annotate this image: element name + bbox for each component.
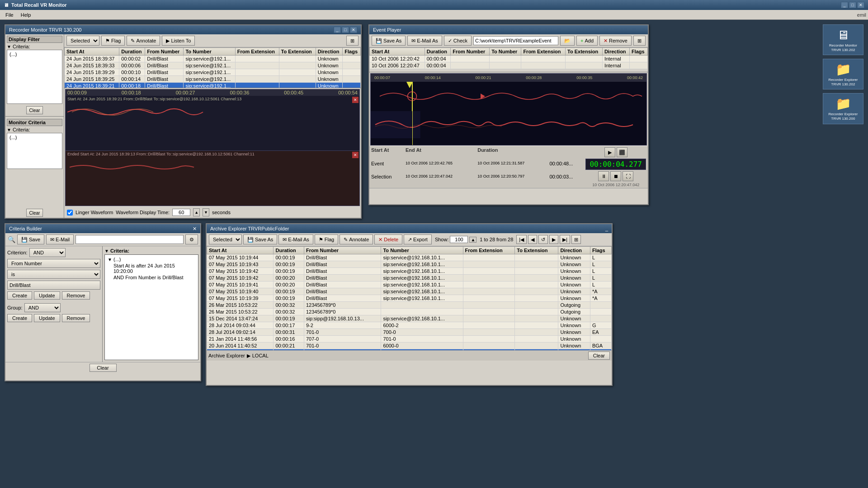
ae-refresh-btn[interactable]: ↺ [538,235,548,244]
rm-annotate-btn[interactable]: ✎ Annotate [127,36,160,46]
ae-table-row[interactable]: 07 May 2015 10:19:4300:00:19Drill/Blasts… [207,261,612,268]
ae-table-row[interactable]: 07 May 2015 10:19:4400:00:19Drill/Blasts… [207,254,612,261]
minimize-btn[interactable]: _ [841,2,848,8]
ae-delete-btn[interactable]: ✕ Delete [374,235,402,244]
ep-add-btn[interactable]: + Add [576,36,598,46]
wf-ch2-close-btn[interactable]: ✕ [352,152,359,158]
cb-search-btn[interactable]: ⚙ [185,235,198,244]
sidebar-recorder-monitor[interactable]: 🖥 Recorder MonitorTRVR 130.202 [823,24,863,55]
ae-show-input[interactable] [450,236,468,243]
ae-close-btn[interactable]: _ [605,226,608,231]
ae-export-btn[interactable]: ↗ Export [404,235,432,244]
cb-value-input[interactable] [7,281,100,290]
ep-browse-btn[interactable]: 📂 [560,36,575,46]
rm-table-row[interactable]: 24 Jun 2015 18:39:2500:00:14Drill/Blasts… [65,76,361,83]
rm-selected-dropdown[interactable]: Selected [66,36,99,46]
cb-criteria-tree[interactable]: ▼ (...) Start At is after 24 Jun 2015 10… [104,254,198,360]
ep-layout-btn[interactable]: ⊞ [633,36,646,46]
ep-stop-btn[interactable]: ⬛ [617,147,627,157]
display-filter-clear-btn[interactable]: Clear [26,106,43,114]
ae-next-btn[interactable]: ▶ [549,235,558,244]
ep-table-container[interactable]: Start At Duration From Number To Number … [369,47,648,72]
monitor-criteria-item[interactable]: (...) [8,134,61,141]
ep-path-input[interactable] [473,36,558,45]
recorder-monitor-close[interactable]: ✕ [350,27,357,33]
cb-condition-1[interactable]: Start At is after 24 Jun 2015 10:20:00 [106,263,197,274]
rm-flag-btn[interactable]: ⚑ Flag [101,36,125,46]
ep-play-btn[interactable]: ▶ [604,147,615,157]
ae-table-row[interactable]: 26 Mar 2015 10:53:2200:00:32123456789*0O… [207,302,612,309]
ep-save-as-btn[interactable]: 💾 Save As [372,36,406,46]
cb-condition-2[interactable]: AND From Number is Drill/Blast [106,274,197,281]
ae-save-as-btn[interactable]: 💾 Save As [243,235,277,244]
ep-remove-btn[interactable]: ✕ Remove [599,36,632,46]
linger-time-down-btn[interactable]: ▼ [203,208,209,216]
cb-email-btn[interactable]: ✉ E-Mail [46,235,74,244]
menu-help[interactable]: Help [17,11,35,19]
cb-group-update-btn[interactable]: Update [34,314,60,322]
rm-table-row[interactable]: 24 Jun 2015 18:39:2900:00:10Drill/Blasts… [65,69,361,76]
ae-table-container[interactable]: Start At Duration From Number To Number … [207,246,612,350]
ae-up-btn[interactable]: ▲ [469,237,476,243]
cb-group-create-btn[interactable]: Create [7,314,32,322]
monitor-criteria-clear-btn[interactable]: Clear [26,209,43,217]
ae-table-row[interactable]: 07 May 2015 10:19:4200:00:20Drill/Blasts… [207,275,612,282]
ep-pause-btn[interactable]: ⏸ [598,171,609,181]
ae-table-row[interactable]: 26 Mar 2015 10:53:2200:00:32123456789*0O… [207,309,612,315]
ae-table-row[interactable]: 15 Dec 2014 13:47:2400:00:19sip:sipp@192… [207,315,612,322]
ae-last-btn[interactable]: ▶| [560,235,570,244]
cb-search-input[interactable] [75,235,184,244]
rm-view-btn[interactable]: ⊞ [346,36,359,46]
close-btn[interactable]: ✕ [857,2,864,8]
display-filter-item[interactable]: (...) [8,51,61,57]
ae-table-row[interactable]: 20 Jun 2014 11:40:5200:00:21701-06000-0U… [207,343,612,349]
ep-table-row[interactable]: 10 Oct 2006 12:20:4700:00:04Internal [370,62,648,69]
recorder-monitor-min[interactable]: _ [334,27,341,33]
wf-ch1-close-btn[interactable]: ✕ [352,97,359,103]
linger-time-input[interactable] [172,209,190,216]
rm-table-container[interactable]: Start At Duration From Number To Number … [64,47,361,88]
rm-listen-btn[interactable]: ▶ Listen To [162,36,195,46]
ae-clear-btn[interactable]: Clear [588,352,610,360]
ep-table-row[interactable]: 10 Oct 2006 12:20:4200:00:04Internal [370,56,648,62]
linger-checkbox[interactable] [67,210,73,216]
rm-table-row[interactable]: 24 Jun 2015 18:39:3300:00:06Drill/Blasts… [65,62,361,69]
ep-check-btn[interactable]: ✓ Check [444,36,472,46]
cb-group-remove-btn[interactable]: Remove [62,314,90,322]
cb-criterion-type-select[interactable]: AND OR [29,248,66,257]
ep-fullscreen-btn[interactable]: ⛶ [623,171,633,181]
cb-group-type-select[interactable]: AND OR [24,303,61,312]
cb-remove-crit-btn[interactable]: Remove [62,291,90,300]
ae-selected-dropdown[interactable]: Selected [209,235,242,244]
rm-table-row[interactable]: 24 Jun 2015 18:39:2100:00:18Drill/Blasts… [65,83,361,89]
ep-email-as-btn[interactable]: ✉ E-Mail As [407,36,442,46]
ae-email-btn[interactable]: ✉ E-Mail As [278,235,313,244]
ae-table-row[interactable]: 28 Jul 2014 09:02:1400:00:31701-0700-0Un… [207,329,612,336]
display-filter-tree[interactable]: (...) [7,50,62,104]
ae-table-row[interactable]: 21 Jan 2014 11:48:5600:00:16707-0701-0Un… [207,336,612,343]
cb-close-btn[interactable]: ✕ [193,226,197,232]
ae-prev-btn[interactable]: ◀ [528,235,537,244]
ep-stop2-btn[interactable]: ⏹ [610,171,621,181]
cb-update-btn[interactable]: Update [34,291,60,300]
rm-table-row[interactable]: 24 Jun 2015 18:39:3700:00:02Drill/Blasts… [65,56,361,62]
ae-table-row[interactable]: 28 Jul 2014 09:03:4400:00:179-26000-2Unk… [207,322,612,329]
ae-layout-btn[interactable]: ⊞ [571,235,581,244]
ae-flag-btn[interactable]: ⚑ Flag [315,235,338,244]
sidebar-recorder-explorer-2[interactable]: 📁 Recorder ExplorerTRVR 130.200 [823,93,863,124]
cb-create-btn[interactable]: Create [7,291,32,300]
ae-table-row[interactable]: 07 May 2015 10:19:3900:00:19Drill/Blasts… [207,295,612,302]
recorder-monitor-restore[interactable]: □ [342,27,349,33]
cb-clear-btn[interactable]: Clear [90,364,117,372]
menu-file[interactable]: File [2,11,17,19]
ae-first-btn[interactable]: |◀ [516,235,527,244]
ae-table-row[interactable]: 07 May 2015 10:19:4200:00:19Drill/Blasts… [207,268,612,275]
cb-field-select[interactable]: From Number [7,259,100,268]
linger-time-up-btn[interactable]: ▲ [193,208,200,216]
cb-operator-select[interactable]: is [7,270,100,279]
ae-table-row[interactable]: 07 May 2015 10:19:4000:00:19Drill/Blasts… [207,288,612,295]
maximize-btn[interactable]: □ [849,2,856,8]
sidebar-recorder-explorer-1[interactable]: 📁 Recorder ExplorerTRVR 130.202 [823,59,863,89]
ae-annotate-btn[interactable]: ✎ Annotate [340,235,373,244]
cb-save-btn[interactable]: 💾 Save [17,235,44,244]
